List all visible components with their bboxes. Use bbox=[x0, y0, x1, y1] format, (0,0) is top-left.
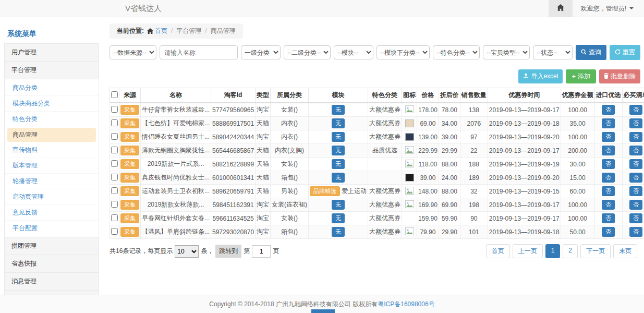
cell-feature: 大额优惠券 bbox=[368, 185, 402, 198]
must-buy-badge[interactable]: 否 bbox=[629, 146, 642, 155]
page-button[interactable]: 首页 bbox=[486, 244, 510, 258]
sidebar-item[interactable]: 宣传物料 bbox=[5, 142, 99, 158]
add-button[interactable]: + 添加 bbox=[566, 69, 596, 83]
sidebar-item[interactable]: 轮播管理 bbox=[5, 174, 99, 189]
page-button[interactable]: 2 bbox=[563, 244, 578, 258]
sidebar-item[interactable]: 版本管理 bbox=[5, 158, 99, 174]
import-select-badge[interactable]: 否 bbox=[602, 213, 615, 223]
import-select-badge[interactable]: 否 bbox=[602, 186, 615, 196]
user-menu[interactable]: 欢迎您，管理员! bbox=[573, 0, 644, 17]
row-checkbox[interactable] bbox=[111, 106, 118, 113]
breadcrumb-separator: / bbox=[205, 27, 206, 34]
sidebar-item[interactable]: 特色分类 bbox=[5, 112, 99, 127]
module-badge: 品牌精选 bbox=[310, 186, 340, 196]
table-row: 采集【七色纺】可爱纯棉家...588869917501天猫内衣()无大额优惠券6… bbox=[110, 117, 644, 130]
import-select-badge[interactable]: 否 bbox=[602, 105, 615, 114]
filter-select[interactable]: --二级分类-- bbox=[284, 45, 331, 59]
row-checkbox[interactable] bbox=[111, 228, 118, 235]
sidebar-section[interactable]: 平台管理 bbox=[4, 61, 99, 79]
cell-sales: 138 bbox=[460, 103, 488, 117]
column-header: 必买清单 bbox=[622, 88, 644, 103]
product-name: 2019新款女秋薄款... bbox=[141, 198, 211, 212]
page-button[interactable]: 上一页 bbox=[513, 244, 543, 258]
filter-select[interactable]: --状态-- bbox=[533, 45, 573, 59]
breadcrumb-item: 平台管理 bbox=[176, 27, 201, 34]
row-checkbox[interactable] bbox=[111, 133, 118, 140]
column-header: 价格 bbox=[417, 88, 439, 103]
sidebar-section[interactable]: 消息管理 bbox=[4, 272, 99, 291]
must-buy-badge[interactable]: 否 bbox=[629, 132, 642, 141]
sidebar-section[interactable]: 用户管理 bbox=[4, 43, 99, 62]
cell-module: 无 bbox=[309, 117, 368, 130]
table-row: 采集薄款无钢圈文胸聚拢性...565446685867天猫内衣(文胸)无品质优选… bbox=[110, 144, 644, 158]
filter-name-input[interactable] bbox=[160, 45, 238, 59]
table-row: 采集【港风】单肩斜跨链条...597293020870淘宝箱包()无大额优惠券7… bbox=[110, 225, 644, 239]
filter-select[interactable]: 一级分类 bbox=[241, 45, 281, 59]
must-buy-badge[interactable]: 否 bbox=[629, 200, 642, 209]
sidebar-item[interactable]: 商品分类 bbox=[5, 80, 99, 96]
chevron-down-icon bbox=[629, 7, 634, 9]
sidebar-item[interactable]: 商品管理 bbox=[7, 128, 96, 142]
sidebar-item[interactable]: 启动页管理 bbox=[5, 189, 99, 205]
jump-page-input[interactable] bbox=[252, 245, 271, 258]
cell-icon bbox=[402, 225, 417, 239]
must-buy-badge[interactable]: 否 bbox=[629, 118, 642, 128]
must-buy-badge[interactable]: 否 bbox=[629, 105, 642, 114]
cell-feature: 大额优惠券 bbox=[368, 225, 402, 239]
sidebar-item[interactable]: 平台配置 bbox=[5, 221, 99, 236]
copyright-text: Copyright © 2014-2018 广州九驰网络科技有限公司 版权所有 bbox=[209, 300, 378, 309]
page-button[interactable]: 末页 bbox=[613, 244, 637, 258]
breadcrumb-home-link[interactable]: 首页 bbox=[155, 27, 167, 34]
row-checkbox[interactable] bbox=[111, 187, 118, 194]
import-select-badge[interactable]: 否 bbox=[602, 227, 615, 236]
bottom-scrollbar-thumb[interactable] bbox=[311, 309, 335, 313]
reset-button[interactable]: 重置 bbox=[610, 45, 640, 60]
search-button[interactable]: 查询 bbox=[576, 45, 606, 60]
home-button[interactable] bbox=[549, 0, 573, 17]
must-buy-badge[interactable]: 否 bbox=[629, 213, 642, 223]
import-select-badge[interactable]: 否 bbox=[602, 132, 615, 141]
filter-select[interactable]: --模块下分类-- bbox=[376, 45, 430, 59]
row-checkbox[interactable] bbox=[111, 214, 118, 221]
must-buy-badge[interactable]: 否 bbox=[629, 227, 642, 236]
sidebar-item[interactable]: 意见反馈 bbox=[5, 205, 99, 221]
cell-icon bbox=[402, 212, 417, 225]
sidebar-item[interactable]: 模块商品分类 bbox=[5, 96, 99, 112]
import-select-badge[interactable]: 否 bbox=[602, 159, 615, 168]
jump-button[interactable]: 跳转到 bbox=[215, 245, 241, 258]
icp-link[interactable]: 粤ICP备16098006号 bbox=[378, 300, 434, 309]
cell-type: 天猫 bbox=[256, 144, 271, 158]
sidebar-section[interactable]: 拼团管理 bbox=[4, 237, 99, 255]
row-checkbox[interactable] bbox=[111, 147, 118, 153]
row-checkbox[interactable] bbox=[111, 119, 118, 126]
row-checkbox[interactable] bbox=[111, 201, 118, 208]
row-checkbox[interactable] bbox=[111, 174, 118, 180]
row-checkbox[interactable] bbox=[111, 160, 118, 167]
import-select-badge[interactable]: 否 bbox=[602, 146, 615, 155]
sidebar-section[interactable]: 省惠快报 bbox=[4, 255, 99, 273]
filter-select[interactable]: --模块-- bbox=[334, 45, 373, 59]
page-button[interactable]: 1 bbox=[545, 244, 561, 258]
import-select-badge[interactable]: 否 bbox=[602, 173, 615, 182]
must-buy-badge[interactable]: 否 bbox=[629, 186, 642, 196]
batch-delete-button[interactable]: 批量删除 bbox=[599, 69, 640, 83]
per-page-select[interactable]: 10 bbox=[175, 245, 199, 258]
filter-select[interactable]: --宝贝类型-- bbox=[483, 45, 530, 59]
filter-select[interactable]: --特色分类-- bbox=[433, 45, 480, 59]
import-select-badge[interactable]: 否 bbox=[602, 200, 615, 209]
cell-taoke_id: 588216228899 bbox=[211, 158, 256, 171]
cell-coupon_time: 2019-09-13—2019-09-18 bbox=[488, 225, 561, 239]
filter-select[interactable]: --数据来源-- bbox=[110, 45, 156, 59]
product-name: 薄款无钢圈文胸聚拢性... bbox=[141, 144, 211, 158]
must-buy-badge[interactable]: 否 bbox=[629, 173, 642, 182]
import-excel-button[interactable]: 导入excel bbox=[518, 69, 563, 83]
column-header: 优惠券金额 bbox=[561, 88, 594, 103]
import-select-badge[interactable]: 否 bbox=[602, 118, 615, 128]
cell-taoke_id: 589042420344 bbox=[211, 130, 256, 144]
pagination-row: 共16条记录，每页显示 10 条， 跳转到 第 页 首页上一页12下一页末页 bbox=[110, 244, 640, 258]
source-badge: 采集 bbox=[120, 118, 139, 128]
select-all-checkbox[interactable] bbox=[111, 91, 118, 98]
must-buy-badge[interactable]: 否 bbox=[629, 159, 642, 168]
page-button[interactable]: 下一页 bbox=[580, 244, 611, 258]
table-row: 采集真皮钱包时尚优雅女士...601000601341天猫箱包()无39.002… bbox=[110, 171, 644, 185]
